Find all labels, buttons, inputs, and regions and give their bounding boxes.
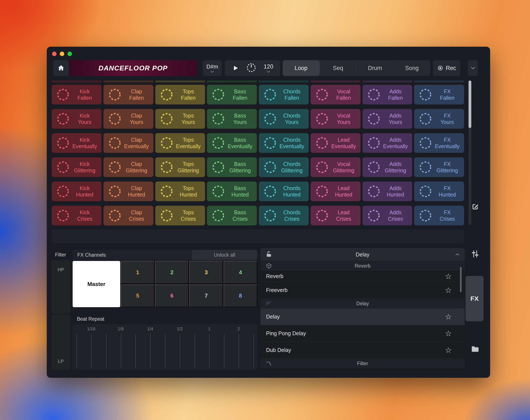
pad-clap-fallen[interactable]: ClapFallen bbox=[103, 85, 153, 104]
pad-tops-glittering[interactable]: TopsGlittering bbox=[155, 157, 205, 177]
loop-ring-icon bbox=[56, 88, 70, 101]
favorite-star-icon[interactable]: ☆ bbox=[445, 286, 452, 294]
fx-item-delay[interactable]: Delay☆ bbox=[261, 308, 465, 325]
pad-bass-fallen[interactable]: BassFallen bbox=[207, 85, 257, 104]
pad-vocal-fallen[interactable]: VocalFallen bbox=[311, 85, 361, 104]
fx-list-scrollbar-thumb[interactable] bbox=[460, 267, 462, 292]
browse-button[interactable] bbox=[471, 344, 480, 354]
master-channel-button[interactable]: Master bbox=[73, 261, 120, 307]
project-title-banner[interactable]: DANCEFLOOR POP bbox=[69, 60, 197, 76]
pad-kick-glittering[interactable]: KickGlittering bbox=[52, 157, 102, 177]
pad-vocal-yours[interactable]: VocalYours bbox=[311, 109, 361, 129]
minimize-button[interactable] bbox=[60, 52, 64, 56]
pad-fx-fallen[interactable]: FXFallen bbox=[414, 85, 464, 104]
pad-tops-eventually[interactable]: TopsEventually bbox=[155, 133, 205, 153]
lp-filter-slider[interactable]: LP bbox=[52, 315, 70, 370]
grid-scrollbar-thumb[interactable] bbox=[469, 81, 471, 128]
fx-channel-4[interactable]: 4 bbox=[224, 261, 257, 284]
fx-channel-5[interactable]: 5 bbox=[121, 284, 154, 308]
header-collapse-button[interactable] bbox=[468, 60, 478, 76]
pad-adds-glittering[interactable]: AddsGlittering bbox=[363, 157, 412, 177]
fx-item-dub-delay[interactable]: Dub Delay☆ bbox=[261, 342, 465, 359]
beat-repeat-tick bbox=[194, 334, 195, 368]
tab-song[interactable]: Song bbox=[394, 60, 431, 76]
pad-clap-hunted[interactable]: ClapHunted bbox=[103, 182, 153, 201]
play-button[interactable] bbox=[232, 64, 239, 72]
fx-list-scrollbar[interactable] bbox=[460, 267, 462, 322]
fx-channel-1[interactable]: 1 bbox=[121, 261, 154, 284]
pad-fx-yours[interactable]: FXYours bbox=[414, 109, 464, 129]
fx-channel-3[interactable]: 3 bbox=[189, 261, 223, 284]
pad-lead-eventually[interactable]: LeadEventually bbox=[311, 133, 361, 153]
pad-clap-yours[interactable]: ClapYours bbox=[103, 109, 153, 129]
pad-vocal-glittering[interactable]: VocalGlittering bbox=[311, 157, 361, 177]
pad-tops-hunted[interactable]: TopsHunted bbox=[155, 182, 205, 201]
pad-chords-eventually[interactable]: ChordsEventually bbox=[259, 133, 309, 153]
pad-bass-hunted[interactable]: BassHunted bbox=[207, 182, 257, 201]
pad-adds-fallen[interactable]: AddsFallen bbox=[363, 85, 412, 104]
pad-fx-eventually[interactable]: FXEventually bbox=[414, 133, 464, 153]
fx-channel-7[interactable]: 7 bbox=[189, 284, 223, 308]
fx-tab-button[interactable]: FX bbox=[466, 276, 484, 321]
beat-repeat-ruler[interactable]: 1/161/81/41/212 bbox=[73, 324, 257, 370]
fx-item-ping-pong-delay[interactable]: Ping Pong Delay☆ bbox=[261, 325, 465, 342]
pad-label: TopsYours bbox=[173, 112, 205, 126]
fx-channel-8[interactable]: 8 bbox=[224, 284, 257, 308]
pad-label: VocalGlittering bbox=[329, 161, 361, 174]
fx-item-freeverb[interactable]: Freeverb☆ bbox=[261, 282, 465, 299]
pad-adds-yours[interactable]: AddsYours bbox=[363, 109, 412, 129]
pad-lead-hunted[interactable]: LeadHunted bbox=[311, 182, 361, 201]
key-selector[interactable]: D#m bbox=[203, 60, 222, 76]
fx-channel-2[interactable]: 2 bbox=[155, 261, 189, 284]
favorite-star-icon[interactable]: ☆ bbox=[445, 330, 452, 337]
pad-label: ClapHunted bbox=[121, 185, 153, 198]
pad-bass-yours[interactable]: BassYours bbox=[207, 109, 257, 129]
unlock-all-button[interactable]: Unlock all bbox=[192, 250, 257, 260]
fx-channel-6[interactable]: 6 bbox=[155, 284, 189, 308]
favorite-star-icon[interactable]: ☆ bbox=[445, 272, 452, 280]
pad-clap-eventually[interactable]: ClapEventually bbox=[103, 133, 153, 153]
pad-lead-crises[interactable]: LeadCrises bbox=[311, 206, 361, 225]
pad-kick-fallen[interactable]: KickFallen bbox=[52, 85, 102, 104]
pad-chords-crises[interactable]: ChordsCrises bbox=[259, 206, 309, 225]
fx-browser-header[interactable]: Delay bbox=[261, 248, 465, 261]
pad-fx-glittering[interactable]: FXGlittering bbox=[414, 157, 464, 177]
pad-adds-crises[interactable]: AddsCrises bbox=[363, 206, 412, 225]
pad-tops-crises[interactable]: TopsCrises bbox=[155, 206, 205, 225]
fx-item-reverb[interactable]: Reverb☆ bbox=[261, 271, 465, 282]
tab-loop[interactable]: Loop bbox=[282, 60, 320, 76]
pad-bass-glittering[interactable]: BassGlittering bbox=[207, 157, 257, 177]
home-button[interactable] bbox=[53, 60, 69, 76]
pad-fx-crises[interactable]: FXCrises bbox=[414, 206, 464, 225]
pad-bass-crises[interactable]: BassCrises bbox=[207, 206, 257, 225]
pad-tops-fallen[interactable]: TopsFallen bbox=[155, 85, 205, 104]
record-button[interactable]: Rec bbox=[433, 60, 460, 76]
edit-button[interactable] bbox=[471, 202, 480, 212]
pad-adds-eventually[interactable]: AddsEventually bbox=[363, 133, 412, 153]
pad-kick-eventually[interactable]: KickEventually bbox=[52, 133, 102, 153]
tab-drum[interactable]: Drum bbox=[356, 60, 394, 76]
pad-chords-hunted[interactable]: ChordsHunted bbox=[259, 182, 309, 201]
bpm-control[interactable]: 120 bbox=[264, 63, 273, 73]
pad-kick-hunted[interactable]: KickHunted bbox=[52, 182, 102, 201]
pad-kick-yours[interactable]: KickYours bbox=[52, 109, 102, 129]
hp-filter-slider[interactable]: HP bbox=[52, 260, 70, 314]
pad-adds-hunted[interactable]: AddsHunted bbox=[363, 182, 412, 201]
favorite-star-icon[interactable]: ☆ bbox=[445, 346, 452, 354]
pad-tops-yours[interactable]: TopsYours bbox=[155, 109, 205, 129]
close-button[interactable] bbox=[52, 52, 57, 56]
pad-fx-hunted[interactable]: FXHunted bbox=[414, 182, 464, 201]
pad-chords-glittering[interactable]: ChordsGlittering bbox=[259, 157, 309, 177]
favorite-star-icon[interactable]: ☆ bbox=[445, 313, 452, 321]
pad-bass-eventually[interactable]: BassEventually bbox=[207, 133, 257, 153]
tab-seq[interactable]: Seq bbox=[320, 60, 357, 76]
pad-clap-crises[interactable]: ClapCrises bbox=[103, 206, 153, 225]
mixer-button[interactable] bbox=[471, 249, 480, 259]
pad-chords-fallen[interactable]: ChordsFallen bbox=[259, 85, 309, 104]
pad-chords-yours[interactable]: ChordsYours bbox=[259, 109, 309, 129]
zoom-button[interactable] bbox=[68, 52, 72, 56]
pad-clap-glittering[interactable]: ClapGlittering bbox=[103, 157, 153, 177]
pad-kick-crises[interactable]: KickCrises bbox=[52, 206, 102, 225]
beat-repeat-tick bbox=[224, 334, 224, 368]
beat-repeat-label: Beat Repeat bbox=[77, 316, 104, 322]
